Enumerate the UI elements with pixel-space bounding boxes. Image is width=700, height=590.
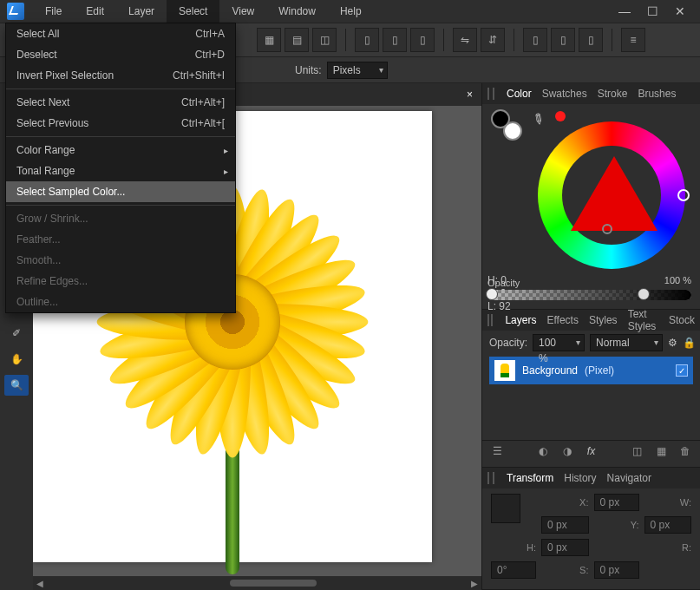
color-picker-icon[interactable]: ✎	[529, 109, 548, 129]
menu-item-select-all[interactable]: Select AllCtrl+A	[6, 23, 235, 44]
flip-v-button[interactable]: ⇵	[481, 28, 505, 52]
tab-effects[interactable]: Effects	[546, 314, 578, 326]
height-label: H:	[491, 542, 536, 553]
menu-item-invert-pixel-selection[interactable]: Invert Pixel SelectionCtrl+Shift+I	[6, 65, 235, 86]
adjustment-icon[interactable]: ◑	[559, 444, 575, 458]
trash-icon[interactable]: 🗑	[677, 444, 693, 458]
menu-window[interactable]: Window	[266, 0, 328, 23]
opacity-label: Opacity	[487, 278, 691, 288]
snap-grid-button[interactable]: ▦	[257, 28, 281, 52]
menu-item-tonal-range[interactable]: Tonal Range	[6, 161, 235, 181]
menu-file[interactable]: File	[33, 0, 74, 23]
height-field[interactable]: 0 px	[541, 539, 589, 556]
snap-pixel-button[interactable]: ▤	[285, 28, 309, 52]
layer-row[interactable]: Background (Pixel) ✓	[489, 357, 693, 384]
menu-item-label: Deselect	[16, 49, 195, 61]
panel-handle-icon[interactable]	[487, 88, 494, 100]
window-close-button[interactable]: ✕	[669, 3, 691, 20]
scroll-left-arrow-icon[interactable]: ◀	[36, 579, 43, 588]
transform-button[interactable]: ◫	[312, 28, 337, 52]
background-color-icon[interactable]	[503, 121, 522, 141]
tab-color[interactable]: Color	[507, 88, 532, 100]
right-panels: Color Swatches Stroke Brushes ✎	[481, 83, 700, 590]
fx-icon[interactable]: fx	[584, 444, 599, 458]
tab-navigator[interactable]: Navigator	[607, 472, 651, 484]
grid-icon[interactable]: ▦	[653, 444, 669, 458]
shade-indicator-icon[interactable]	[602, 224, 612, 234]
menu-edit[interactable]: Edit	[74, 0, 116, 23]
window-minimize-button[interactable]: —	[613, 3, 636, 20]
menu-item-label: Select Next	[16, 96, 181, 108]
tab-swatches[interactable]: Swatches	[542, 88, 587, 100]
tab-transform[interactable]: Transform	[507, 472, 553, 484]
tab-styles[interactable]: Styles	[589, 314, 618, 326]
tab-stock[interactable]: Stock	[669, 314, 695, 326]
opacity-slider[interactable]	[487, 290, 691, 300]
menu-item-select-previous[interactable]: Select PreviousCtrl+Alt+[	[6, 113, 235, 134]
menu-view[interactable]: View	[219, 0, 266, 23]
width-label: W:	[644, 497, 692, 508]
menu-item-select-next[interactable]: Select NextCtrl+Alt+]	[6, 92, 235, 113]
foreground-background-swatch[interactable]	[491, 109, 526, 141]
menu-item-label: Outline...	[16, 296, 225, 308]
gear-icon[interactable]: ⚙	[668, 337, 677, 349]
pos-x-label: X:	[541, 497, 589, 508]
menu-item-label: Smooth...	[16, 254, 225, 266]
color-triangle[interactable]	[571, 156, 657, 231]
menu-separator	[6, 205, 235, 206]
pos-x-field[interactable]: 0 px	[594, 494, 639, 511]
tool-zoom-icon[interactable]: 🔍	[4, 375, 29, 396]
rotation-field[interactable]: 0°	[491, 561, 536, 579]
menu-item-shortcut: Ctrl+A	[195, 28, 225, 40]
tab-text-styles[interactable]: Text Styles	[628, 308, 658, 332]
tab-stroke[interactable]: Stroke	[598, 88, 628, 100]
layer-opacity-dropdown[interactable]: 100 %	[533, 334, 585, 351]
align-2-button[interactable]: ▯	[551, 28, 575, 52]
anchor-widget[interactable]	[491, 494, 520, 523]
menu-item-color-range[interactable]: Color Range	[6, 140, 235, 161]
menu-item-select-sampled-color[interactable]: Select Sampled Color...	[6, 181, 235, 202]
horizontal-scrollbar[interactable]: ◀ ▶	[33, 576, 481, 590]
panel-handle-icon[interactable]	[487, 472, 494, 484]
mask-icon[interactable]: ◐	[535, 444, 551, 458]
menu-help[interactable]: Help	[328, 0, 374, 23]
layers-panel: Layers Effects Styles Text Styles Stock …	[482, 310, 700, 468]
misc-button[interactable]: ≡	[621, 28, 645, 52]
panel-handle-icon[interactable]	[487, 314, 493, 326]
layer-visibility-checkbox[interactable]: ✓	[676, 364, 688, 377]
units-label: Units:	[295, 64, 322, 76]
arrange-3-button[interactable]: ▯	[410, 28, 435, 52]
layer-stack-icon[interactable]: ☰	[489, 444, 505, 458]
scroll-thumb[interactable]	[230, 580, 317, 587]
menu-layer[interactable]: Layer	[116, 0, 167, 23]
menu-select[interactable]: Select	[167, 0, 219, 23]
shear-field[interactable]: 0 px	[594, 561, 639, 579]
close-tab-icon[interactable]: ×	[467, 88, 473, 101]
tab-brushes[interactable]: Brushes	[638, 88, 676, 100]
tool-eyedropper-icon[interactable]: ✐	[4, 323, 29, 344]
crop-icon[interactable]: ◫	[629, 444, 644, 458]
menu-item-label: Select All	[16, 28, 195, 40]
window-maximize-button[interactable]: ☐	[641, 3, 664, 20]
shear-label: S:	[541, 565, 589, 575]
tab-layers[interactable]: Layers	[505, 314, 536, 326]
flip-h-button[interactable]: ⇋	[453, 28, 477, 52]
pos-y-field[interactable]: 0 px	[644, 516, 692, 534]
arrange-2-button[interactable]: ▯	[383, 28, 407, 52]
opacity-thumb[interactable]	[638, 288, 650, 300]
blend-mode-dropdown[interactable]: Normal	[590, 334, 663, 351]
menu-item-outline: Outline...	[6, 292, 235, 312]
tool-hand-icon[interactable]: ✋	[4, 349, 29, 370]
scroll-right-arrow-icon[interactable]: ▶	[471, 579, 478, 588]
recent-color-icon[interactable]	[555, 111, 566, 121]
units-dropdown[interactable]: Pixels	[327, 62, 388, 79]
lock-icon[interactable]: 🔒	[683, 337, 696, 349]
menu-item-deselect[interactable]: DeselectCtrl+D	[6, 44, 235, 65]
align-1-button[interactable]: ▯	[523, 28, 547, 52]
arrange-1-button[interactable]: ▯	[355, 28, 379, 52]
width-field[interactable]: 0 px	[541, 516, 589, 534]
align-3-button[interactable]: ▯	[579, 28, 603, 52]
tab-history[interactable]: History	[564, 472, 596, 484]
menu-item-label: Invert Pixel Selection	[16, 69, 173, 82]
hue-indicator-icon[interactable]	[677, 189, 690, 201]
